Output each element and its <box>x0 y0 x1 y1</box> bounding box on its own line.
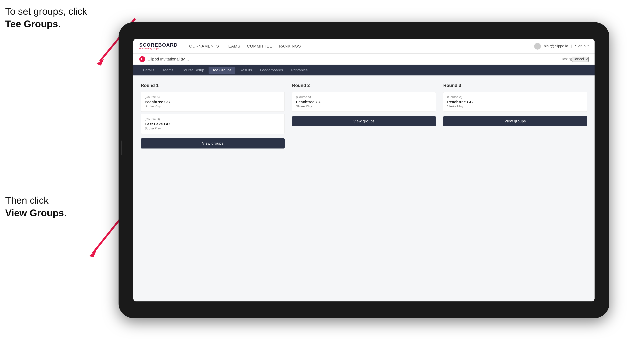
tab-leaderboards[interactable]: Leaderboards <box>256 67 286 74</box>
user-avatar <box>534 43 541 50</box>
round-2-course-a-name: Peachtree GC <box>296 100 432 104</box>
tablet-frame: SCOREBOARD Powered by clippd TOURNAMENTS… <box>118 22 609 318</box>
cancel-button[interactable]: Cancel ✕ <box>572 57 588 62</box>
nav-rankings[interactable]: RANKINGS <box>279 44 301 49</box>
tab-results[interactable]: Results <box>236 67 256 74</box>
round-2-title: Round 2 <box>292 83 436 88</box>
sign-out-link[interactable]: Sign out <box>575 44 588 48</box>
content-area: Round 1 (Course A) Peachtree GC Stroke P… <box>133 75 594 301</box>
round-2-course-a-format: Stroke Play <box>296 105 432 108</box>
instruction-bottom: Then click View Groups. <box>5 194 66 219</box>
side-button <box>121 141 122 155</box>
instruction-top: To set groups, click Tee Groups. <box>5 5 87 30</box>
round-2-view-groups-button[interactable]: View groups <box>292 116 436 126</box>
tab-tee-groups[interactable]: Tee Groups <box>208 67 235 74</box>
tab-course-setup[interactable]: Course Setup <box>178 67 208 74</box>
round-1-section: Round 1 (Course A) Peachtree GC Stroke P… <box>141 83 285 149</box>
round-3-view-groups-button[interactable]: View groups <box>443 116 587 126</box>
rounds-grid: Round 1 (Course A) Peachtree GC Stroke P… <box>141 83 587 149</box>
round-1-course-a-name: Peachtree GC <box>145 100 281 104</box>
svg-marker-3 <box>89 251 96 257</box>
round-3-course-a-label: (Course A) <box>447 95 583 99</box>
round-1-course-a-format: Stroke Play <box>145 105 281 108</box>
cancel-x-icon: ✕ <box>585 57 588 61</box>
nav-right: blair@clippd.io | Sign out <box>534 43 588 50</box>
event-logo: C <box>139 56 145 62</box>
event-name: Clippd Invitational (M... <box>148 57 559 62</box>
round-1-title: Round 1 <box>141 83 285 88</box>
tab-printables[interactable]: Printables <box>288 67 311 74</box>
user-email: blair@clippd.io <box>544 44 568 48</box>
round-1-course-b-label: (Course B) <box>145 117 281 121</box>
round-1-course-b-card: (Course B) East Lake GC Stroke Play <box>141 114 285 134</box>
tee-groups-highlight: Tee Groups <box>5 18 58 29</box>
logo-text: SCOREBOARD <box>139 42 178 47</box>
round-3-course-a-card: (Course A) Peachtree GC Stroke Play <box>443 92 587 112</box>
logo-area: SCOREBOARD Powered by clippd <box>139 42 178 50</box>
svg-marker-1 <box>96 59 104 66</box>
logo-sub: Powered by clippd <box>139 47 178 50</box>
hosting-badge: Hosting <box>561 57 572 61</box>
round-3-section: Round 3 (Course A) Peachtree GC Stroke P… <box>443 83 587 149</box>
round-1-course-a-label: (Course A) <box>145 95 281 99</box>
round-2-section: Round 2 (Course A) Peachtree GC Stroke P… <box>292 83 436 149</box>
nav-tournaments[interactable]: TOURNAMENTS <box>187 44 219 49</box>
nav-links: TOURNAMENTS TEAMS COMMITTEE RANKINGS <box>187 44 534 49</box>
tab-teams[interactable]: Teams <box>159 67 177 74</box>
top-nav: SCOREBOARD Powered by clippd TOURNAMENTS… <box>133 39 594 54</box>
round-3-course-a-format: Stroke Play <box>447 105 583 108</box>
tab-details[interactable]: Details <box>139 67 158 74</box>
nav-committee[interactable]: COMMITTEE <box>247 44 272 49</box>
round-2-course-a-card: (Course A) Peachtree GC Stroke Play <box>292 92 436 112</box>
view-groups-highlight: View Groups <box>5 207 64 218</box>
nav-teams[interactable]: TEAMS <box>226 44 240 49</box>
sub-header: C Clippd Invitational (M... Hosting Canc… <box>133 54 594 65</box>
svg-line-2 <box>92 216 122 253</box>
round-2-course-a-label: (Course A) <box>296 95 432 99</box>
tablet-screen: SCOREBOARD Powered by clippd TOURNAMENTS… <box>133 39 594 301</box>
round-3-title: Round 3 <box>443 83 587 88</box>
round-1-course-b-format: Stroke Play <box>145 127 281 130</box>
tab-bar: Details Teams Course Setup Tee Groups Re… <box>133 65 594 75</box>
round-3-course-a-name: Peachtree GC <box>447 100 583 104</box>
round-1-course-a-card: (Course A) Peachtree GC Stroke Play <box>141 92 285 112</box>
round-1-course-b-name: East Lake GC <box>145 122 281 126</box>
round-1-view-groups-button[interactable]: View groups <box>141 138 285 149</box>
